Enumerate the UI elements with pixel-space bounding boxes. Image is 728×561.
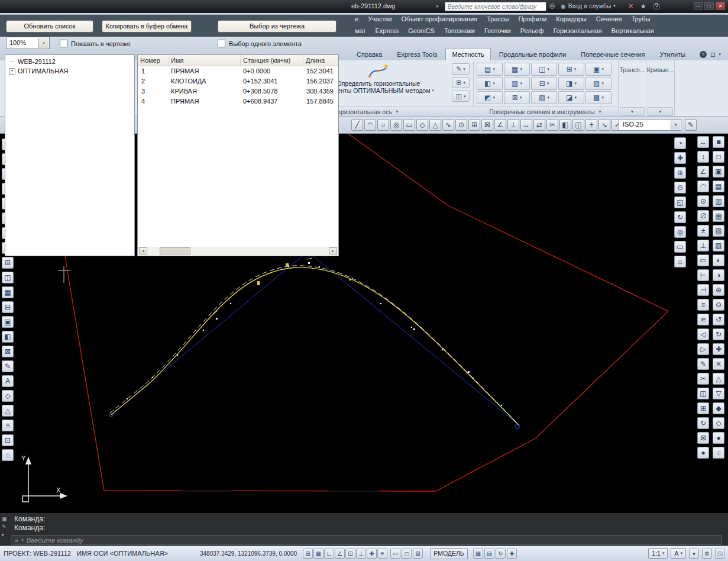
menu-item[interactable]: Express xyxy=(370,27,403,34)
dim-block-icon[interactable]: ⊠ xyxy=(697,432,709,444)
draw-order-back-icon[interactable]: □ xyxy=(713,151,724,163)
table-header-cell[interactable]: Длина xyxy=(303,55,337,66)
hatch-style-icon[interactable]: ▨ xyxy=(713,240,724,252)
section-points-button[interactable]: ◧▾ xyxy=(477,77,503,90)
layer-iso-icon[interactable]: ▣ xyxy=(713,166,724,178)
clean-screen-icon[interactable]: ◳ xyxy=(715,549,725,559)
block-tool-button[interactable]: ⊠ xyxy=(481,119,493,131)
move-tool-button[interactable]: ↔ xyxy=(520,119,532,131)
elements-table[interactable]: НомерИмяСтанция (км+м)Длина 1 ПРЯМАЯ 0+0… xyxy=(137,54,339,256)
menu-item[interactable]: Объект профилирования xyxy=(396,15,482,22)
layer-walk-icon[interactable]: ▦ xyxy=(713,210,724,222)
menu-item[interactable]: е xyxy=(350,15,363,22)
edge-dashed-line[interactable] xyxy=(110,266,518,424)
menu-item[interactable]: Участки xyxy=(363,15,396,22)
scrollbar-thumb[interactable] xyxy=(160,247,190,254)
dim-continue-icon[interactable]: ⊣ xyxy=(697,284,709,296)
tree-expander-icon[interactable]: + xyxy=(9,68,15,75)
grid-toggle[interactable]: ▦ xyxy=(313,549,323,559)
table-header-cell[interactable]: Имя xyxy=(169,55,241,66)
annotation-auto-icon[interactable]: ▾ xyxy=(689,549,699,559)
panel-footer-cross-sections[interactable]: Поперечные сечения и инструменты ▼ xyxy=(473,107,618,116)
quick-properties-toggle[interactable]: ⊠ xyxy=(413,549,423,559)
home-icon[interactable]: ⌂ xyxy=(2,449,14,461)
table-header-cell[interactable]: Станция (км+м) xyxy=(241,55,303,66)
dim-break-icon[interactable]: ✂ xyxy=(697,373,709,385)
section-report-button[interactable]: ▩▾ xyxy=(585,91,611,104)
help-search-input[interactable] xyxy=(445,2,546,11)
arc-tool-button[interactable]: ◠ xyxy=(364,119,376,131)
angle-tool-button[interactable]: ∠ xyxy=(494,119,506,131)
move-down-icon[interactable]: ▽ xyxy=(713,388,724,399)
scroll-right-button[interactable]: ▸ xyxy=(329,247,337,254)
command-expand-icon[interactable]: ▸ xyxy=(2,531,7,537)
dim-point-icon[interactable]: ● xyxy=(697,447,709,459)
brightness-icon[interactable]: ◑ xyxy=(713,269,724,281)
help-icon[interactable]: ? xyxy=(653,3,660,10)
add-icon[interactable]: ✚ xyxy=(713,343,724,355)
dim-edit-icon[interactable]: ✎ xyxy=(697,358,709,370)
orbit-icon[interactable]: ↻ xyxy=(674,211,686,223)
sheet-icon[interactable]: ▣ xyxy=(2,316,14,328)
ribbon-minimize-icon[interactable]: ▾ xyxy=(719,52,721,57)
paper-toggle[interactable]: □ xyxy=(402,549,412,559)
menu-item[interactable]: Рельеф xyxy=(516,27,549,34)
favorites-star-icon[interactable]: ★ xyxy=(640,3,646,9)
point-icon[interactable]: ● xyxy=(713,432,724,444)
triangle-tool-button[interactable]: △ xyxy=(429,119,441,131)
menu-item[interactable]: Трассы xyxy=(482,15,513,22)
command-panel-icon[interactable]: ▣ xyxy=(2,516,7,522)
block-icon[interactable]: ⊠ xyxy=(2,346,14,357)
zoom-minus-icon[interactable]: ⊖ xyxy=(713,299,724,311)
triangle-icon[interactable]: △ xyxy=(2,405,14,417)
lines-icon[interactable]: ≡ xyxy=(2,420,14,431)
line-tool-button[interactable]: ╱ xyxy=(351,119,363,131)
panel-expand-icon[interactable]: ▼ xyxy=(648,107,673,116)
pan-hand-icon[interactable]: ✚ xyxy=(674,152,686,164)
spline-tool-button[interactable]: ∿ xyxy=(442,119,454,131)
menu-item[interactable]: Коридоры xyxy=(551,15,591,22)
perpendicular-tool-button[interactable]: ⊥ xyxy=(507,119,519,131)
window-minimize-button[interactable]: — xyxy=(694,2,703,10)
node-icon[interactable]: ○ xyxy=(713,447,724,459)
lineweight-toggle[interactable]: ▭ xyxy=(390,549,400,559)
redo-icon[interactable]: ↻ xyxy=(713,328,724,340)
solid-icon[interactable]: ◆ xyxy=(713,402,724,414)
section-materials-button[interactable]: ◪▾ xyxy=(558,91,584,104)
window-close-button[interactable]: ✕ xyxy=(716,2,725,10)
tree-item-project[interactable]: WEB-291112 xyxy=(10,58,56,65)
dim-stack-icon[interactable]: ≋ xyxy=(697,314,709,325)
ПРЯМАЯ[interactable]: 4 ПРЯМАЯ 0+608.9437 157.8845 xyxy=(138,96,338,107)
zoom-select[interactable]: 100% ▾ xyxy=(6,37,50,49)
dyn-toggle[interactable]: ≡ xyxy=(377,549,387,559)
axis-view-button[interactable]: ◫▾ xyxy=(452,91,470,102)
dim-table-icon[interactable]: ⊞ xyxy=(697,402,709,414)
point-tool-button[interactable]: ⊙ xyxy=(455,119,467,131)
panel-transport[interactable]: Трансп... ▼ xyxy=(618,60,646,116)
dim-box-icon[interactable]: ▭ xyxy=(697,254,709,266)
layer-freeze-icon[interactable]: ▤ xyxy=(713,180,724,192)
ortho-toggle[interactable]: ∟ xyxy=(324,549,334,559)
circle-tool-button[interactable]: ○ xyxy=(377,119,389,131)
menu-item[interactable]: GeoniCS xyxy=(403,27,439,34)
move-up-icon[interactable]: △ xyxy=(713,373,724,385)
tab-terrain[interactable]: Местность xyxy=(445,48,490,60)
section-template-button[interactable]: ▧▾ xyxy=(531,91,557,104)
dim-update-icon[interactable]: ↻ xyxy=(697,417,709,429)
infocenter-circle-icon[interactable]: ? xyxy=(700,51,707,58)
dim-vertical-icon[interactable]: ↕ xyxy=(697,151,709,163)
sample-lines-button[interactable]: ▤▾ xyxy=(477,63,503,76)
section-sheet-button[interactable]: ◫▾ xyxy=(531,63,557,76)
polygon-tool-button[interactable]: ◇ xyxy=(416,119,428,131)
dim-equal-icon[interactable]: ≡ xyxy=(697,299,709,311)
viewport-icon[interactable]: ◫ xyxy=(2,272,14,283)
grid-icon[interactable]: ▦ xyxy=(2,286,14,298)
hatch-tool-button[interactable]: ◧ xyxy=(559,119,571,131)
select-from-drawing-button[interactable]: Выбор из чертежа xyxy=(218,20,337,33)
otrack-toggle[interactable]: ⊥ xyxy=(356,549,366,559)
dim-style-select[interactable]: ISO-25 ▾ xyxy=(619,119,681,131)
offset-tool-button[interactable]: ↘ xyxy=(598,119,610,131)
region-icon[interactable]: ⊡ xyxy=(2,434,14,446)
dim-center-icon[interactable]: ⊙ xyxy=(697,195,709,207)
settings-gear-icon[interactable]: ⚙ xyxy=(702,549,712,559)
